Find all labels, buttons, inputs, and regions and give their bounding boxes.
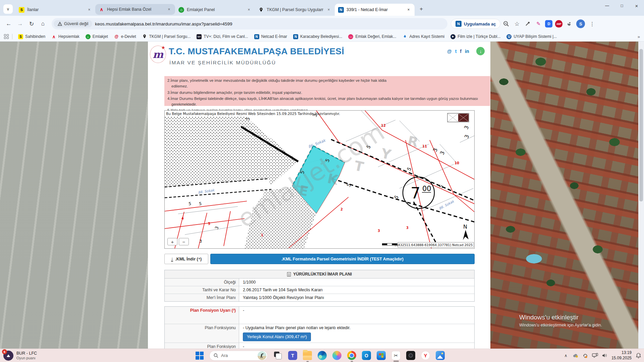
bookmark-label: Adres Kayıt Sistemi [409,34,444,39]
netcad-icon: N [254,34,259,39]
yandex-icon[interactable]: Y [421,351,430,360]
tray-chevron-icon[interactable]: ∧ [563,353,569,359]
adblock-plus-icon[interactable]: ABP [555,20,562,27]
close-icon[interactable]: × [406,7,411,12]
chevron-down-icon: ∨ [7,7,10,11]
eyedropper-extension-icon[interactable] [523,19,533,29]
bookmark-film-izle[interactable]: ▶Film izle | Türkçe Dubl... [447,33,503,40]
twitter-icon[interactable]: t [455,49,457,54]
task-view-button[interactable] [273,351,282,360]
kml-download-button[interactable]: ↓ .KML İndir (⁴) [164,254,208,264]
camera-app-icon[interactable] [406,351,415,360]
extensions-puzzle-icon[interactable] [564,19,574,29]
close-icon[interactable]: × [326,7,331,12]
download-circle-button[interactable]: ↓ [476,47,485,55]
start-button[interactable] [196,352,204,360]
tvplus-icon: tv+ [197,34,202,39]
window-close-button[interactable]: × [629,0,644,11]
bookmark-hepsiemlak[interactable]: ∧Hepsiemlak [48,33,83,40]
system-tray: ∧ ! 13:19 15.09.2025 z [563,350,641,361]
bookmark-label: Sahibinden [25,34,45,39]
edge-icon[interactable] [318,351,327,360]
bookmark-emlakdegeri[interactable]: —Emlak Değeri, Emlak... [345,33,399,40]
bookmark-netcad[interactable]: NNetcad E-İmar [251,33,290,40]
notification-bell-icon[interactable]: z [635,353,641,359]
copilot-icon[interactable] [332,351,341,360]
warning-box: 2.İmar planı, yönetmelik ve imar mevzuat… [164,76,490,106]
map-label: 3 [378,229,380,233]
table-row: Mer'i İmar Planı Yalıntaş 1/1000 Ölçekli… [165,294,474,301]
close-icon[interactable]: × [87,7,92,12]
snipping-tool-icon[interactable]: ✂ [391,351,400,360]
forward-button[interactable]: → [15,18,25,29]
tab-tkgm[interactable]: TKGM | Parsel Sorgu Uygulaması × [255,4,335,16]
outlook-icon[interactable]: O [362,351,371,360]
home-button[interactable]: ⌂ [38,18,48,29]
security-chip[interactable]: Güvenli değil [54,20,92,27]
file-explorer-icon[interactable] [303,351,312,360]
open-in-app-button[interactable]: N Uygulamada aç [451,19,500,29]
bookmark-sahibinden[interactable]: SSahibinden [15,33,48,40]
bookmark-edevlet[interactable]: @e-Devlet [111,33,139,40]
imar-map-panel[interactable]: 7 00 86. Sokak88. Sokak86. Sokak12111023… [164,110,475,249]
tab-search-button[interactable]: ∨ [3,4,13,14]
sync-icon[interactable] [582,353,588,359]
onedrive-cloud-icon[interactable]: ! [573,353,579,359]
bookmark-star-icon[interactable]: ☆ [512,19,522,29]
team-crest-icon: 6 [3,351,13,361]
minimap[interactable] [447,113,469,122]
map-zoom-in-button[interactable]: + [167,238,177,245]
row-value: - [239,307,474,324]
facebook-icon[interactable]: f [460,49,462,54]
microsoft-store-icon[interactable] [377,351,386,360]
taskbar-clock[interactable]: 13:19 15.09.2025 [611,350,632,361]
apps-grid-icon[interactable] [4,34,9,39]
display-cast-icon[interactable] [592,353,598,359]
kml-geometry-download-button[interactable]: .KML Formatında Parsel Geometrisini İNDİ… [210,254,475,264]
social-links: @ t f in ↓ [447,47,485,55]
taskbar-search[interactable]: Ara [209,351,268,361]
photos-app-icon[interactable] [436,351,445,360]
url-text[interactable]: keos.mustafakemalpasa.bel.tr/imardurumu/… [95,21,232,26]
new-tab-button[interactable]: + [417,4,426,14]
blue-extension-icon[interactable]: D [545,20,552,27]
bookmark-label: Emlak Değeri, Emlak... [355,34,396,39]
website-icon[interactable]: @ [447,49,452,54]
tab-netcad-eimar-active[interactable]: N 339/1 - Netcad E-İmar × [335,4,415,16]
maximize-button[interactable]: □ [614,0,629,11]
scrollbar-thumb[interactable] [639,49,643,201]
imar-map[interactable]: 7 00 86. Sokak88. Sokak86. Sokak12111023… [165,111,474,248]
browser-menu-icon[interactable]: ⋮ [587,19,597,29]
linkedin-icon[interactable]: in [465,49,469,54]
chrome-icon[interactable] [347,351,356,360]
back-button[interactable]: ← [3,18,14,29]
page-content: m ★ T.C. MUSTAFAKEMALPAŞA BELEDİYESİ İMA… [148,42,490,349]
tab-emlakjet[interactable]: ⌂ Emlakjet Panel × [175,4,255,16]
bookmark-karacabey[interactable]: NKaracabey Belediyesi... [290,33,345,40]
map-zoom-out-button[interactable]: − [179,238,189,245]
bookmarks-overflow-icon[interactable]: » [638,34,640,39]
bookmark-tvplus[interactable]: tv+TV+: Dizi, Film ve Canl... [194,33,251,40]
bookmark-uyap[interactable]: UUYAP Bilişim Sistemi |... [503,33,560,40]
bookmark-tkgm[interactable]: TKGM | Parsel Sorgu... [139,33,194,40]
teams-icon[interactable]: T [288,351,297,360]
konut-alani-chip[interactable]: Yerleşik Konut Alanı (309,47 m²) [243,333,311,341]
bookmark-emlakjet[interactable]: ⌂Emlakjet [83,33,111,40]
active-indicator [393,361,399,362]
zoom-out-icon[interactable] [501,19,511,29]
minimize-button[interactable]: — [600,0,614,11]
tab-hepsiemlak[interactable]: ∧ Hepsi Emlak Bana Özel × [95,4,175,15]
tab-ilanlar[interactable]: S İlanlar × [15,4,95,16]
sports-widget[interactable]: 6 BUR - LFC Oyun puanı [3,351,37,361]
address-bar[interactable]: Güvenli değil keos.mustafakemalpasa.bel.… [52,18,447,29]
bookmark-adres-kayit[interactable]: Adres Kayıt Sistemi [399,33,447,40]
map-label: 12 [381,124,386,127]
profile-avatar[interactable]: S [576,19,585,28]
pen-extension-icon[interactable]: ✎ [533,19,543,29]
close-icon[interactable]: × [166,7,172,12]
speaker-icon[interactable] [602,353,608,359]
close-icon[interactable]: × [246,7,252,12]
reload-button[interactable]: ↻ [26,18,37,29]
page-scrollbar[interactable] [638,42,644,349]
map-label: 10 [454,161,459,165]
